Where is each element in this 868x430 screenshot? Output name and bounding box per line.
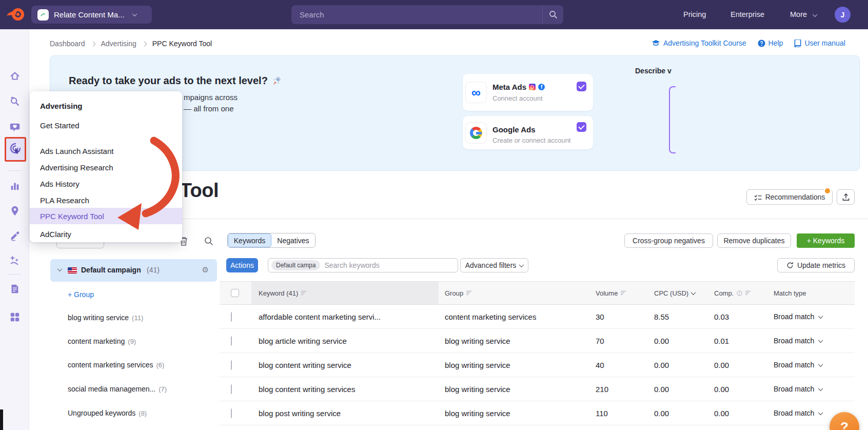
breadcrumb-current: PPC Keyword Tool xyxy=(152,40,212,48)
enterprise-link[interactable]: Enterprise xyxy=(731,10,764,18)
sidebar-item-apps[interactable] xyxy=(9,311,21,323)
pricing-link[interactable]: Pricing xyxy=(683,10,706,18)
row-checkbox[interactable] xyxy=(231,384,232,394)
campaign-row[interactable]: Default campaign (41) ⚙ xyxy=(50,259,217,282)
sidebar-item-ai-tools[interactable] xyxy=(9,254,21,266)
group-count: (6) xyxy=(156,361,165,369)
match-type-dropdown[interactable]: Broad match xyxy=(770,312,855,321)
sidebar-item-local[interactable] xyxy=(9,205,21,217)
cross-group-negatives-button[interactable]: Cross-group negatives xyxy=(624,233,713,248)
column-header-match-type[interactable]: Match type xyxy=(770,289,855,297)
sidebar-item-seo[interactable] xyxy=(9,95,21,108)
group-search-icon[interactable] xyxy=(204,237,213,248)
group-item[interactable]: blog writing service (11) xyxy=(68,314,143,323)
advanced-filters-button[interactable]: Advanced filters xyxy=(460,258,528,272)
gear-icon[interactable]: ⚙ xyxy=(202,265,209,275)
group-cell[interactable]: blog writing service xyxy=(439,361,593,369)
sidebar-item-advertising[interactable] xyxy=(9,142,22,157)
sort-icon[interactable] xyxy=(466,290,472,296)
comp-cell: 0.00 xyxy=(711,409,770,418)
column-header-volume[interactable]: Volume xyxy=(593,289,650,297)
update-metrics-button[interactable]: Update metrics xyxy=(777,258,855,272)
menu-item-ads-history[interactable]: Ads History xyxy=(30,175,182,192)
column-header-group[interactable]: Group xyxy=(439,289,593,297)
more-menu[interactable]: More xyxy=(790,10,817,18)
meta-ads-checkbox[interactable] xyxy=(577,82,586,91)
match-type-dropdown[interactable]: Broad match xyxy=(770,385,855,393)
keyword-search-input[interactable]: Default campa Search keywords xyxy=(268,258,458,272)
tab-keywords[interactable]: Keywords xyxy=(228,233,271,247)
match-type-dropdown[interactable]: Broad match xyxy=(770,361,855,369)
select-all-checkbox[interactable] xyxy=(231,289,239,297)
breadcrumb-dashboard[interactable]: Dashboard xyxy=(50,40,85,48)
keyword-cell[interactable]: blog article writing service xyxy=(251,337,439,345)
meta-ads-card[interactable]: ∞ Meta Ads Connect account xyxy=(463,74,593,111)
sidebar-item-social[interactable] xyxy=(9,121,21,133)
group-cell[interactable]: content marketing services xyxy=(439,312,593,321)
group-cell[interactable]: blog writing service xyxy=(439,337,593,345)
sidebar-item-analytics[interactable] xyxy=(9,180,21,192)
cpc-cell: 0.00 xyxy=(650,337,711,345)
sidebar-item-content[interactable] xyxy=(9,229,21,242)
sidebar-item-home[interactable] xyxy=(9,70,21,83)
group-cell[interactable]: blog writing service xyxy=(439,385,593,394)
project-icon xyxy=(37,9,49,21)
semrush-logo-icon[interactable] xyxy=(5,7,26,22)
keyword-cell[interactable]: blog content writing services xyxy=(251,385,439,394)
actions-button[interactable]: Actions xyxy=(226,258,258,272)
add-keywords-button[interactable]: + Keywords xyxy=(797,233,855,248)
project-selector-button[interactable]: Relate Content Ma... xyxy=(31,6,152,24)
column-header-cpc[interactable]: CPC (USD) xyxy=(650,289,711,297)
remove-duplicates-button[interactable]: Remove duplicates xyxy=(717,233,791,248)
toolkit-course-link[interactable]: Advertising Toolkit Course xyxy=(652,39,746,47)
export-button[interactable] xyxy=(837,189,855,205)
group-count: (8) xyxy=(139,409,147,417)
group-count: (7) xyxy=(159,385,167,393)
search-icon[interactable] xyxy=(543,10,563,19)
describe-textarea-edge[interactable] xyxy=(669,86,676,153)
help-link[interactable]: Help xyxy=(758,39,783,47)
column-header-keyword[interactable]: Keyword (41) xyxy=(251,282,439,304)
column-header-comp[interactable]: Comp. xyxy=(711,289,770,297)
global-search-bar[interactable]: Search xyxy=(291,5,563,24)
chevron-down-icon xyxy=(818,362,823,367)
chevron-down-icon xyxy=(818,314,823,319)
menu-item-ppc-keyword-tool[interactable]: PPC Keyword Tool xyxy=(30,208,182,224)
menu-item-ads-launch-assistant[interactable]: Ads Launch Assistant xyxy=(30,143,182,159)
describe-label: Describe v xyxy=(635,67,672,75)
menu-item-pla-research[interactable]: PLA Research xyxy=(30,192,182,208)
keyword-cell[interactable]: blog content writing service xyxy=(251,361,439,369)
tab-negatives[interactable]: Negatives xyxy=(271,233,315,247)
user-manual-link[interactable]: User manual xyxy=(794,39,845,47)
row-checkbox[interactable] xyxy=(231,312,232,322)
breadcrumb-advertising[interactable]: Advertising xyxy=(101,40,136,48)
menu-item-advertising-research[interactable]: Advertising Research xyxy=(30,159,182,175)
google-ads-card[interactable]: Google Ads Create or connect account xyxy=(463,116,593,149)
group-item[interactable]: content marketing services (6) xyxy=(68,361,164,370)
menu-item-adclarity[interactable]: AdClarity xyxy=(30,226,182,242)
recommendations-button[interactable]: Recommendations xyxy=(746,189,833,205)
row-checkbox[interactable] xyxy=(231,336,232,346)
instagram-icon xyxy=(529,84,536,90)
sidebar-item-reports[interactable] xyxy=(9,283,21,295)
keyword-cell[interactable]: affordable content marketing servi... xyxy=(251,312,439,321)
group-item[interactable]: social media managemen... (7) xyxy=(68,385,167,394)
row-checkbox[interactable] xyxy=(231,360,232,370)
chevron-down-icon[interactable] xyxy=(57,266,63,271)
user-avatar[interactable]: J xyxy=(835,7,851,23)
row-checkbox[interactable] xyxy=(231,408,232,418)
sort-icon[interactable] xyxy=(301,290,307,296)
group-cell[interactable]: blog writing service xyxy=(439,409,593,418)
google-ads-checkbox[interactable] xyxy=(577,122,586,132)
group-item[interactable]: Ungrouped keywords (8) xyxy=(68,409,147,418)
sort-icon[interactable] xyxy=(745,290,751,296)
group-item[interactable]: content marketing (9) xyxy=(68,337,136,346)
comp-cell: 0.03 xyxy=(711,312,770,321)
keyword-cell[interactable]: blog post writing service xyxy=(251,409,439,418)
facebook-icon xyxy=(538,84,545,90)
campaign-filter-chip[interactable]: Default campa xyxy=(271,260,320,270)
menu-item-get-started[interactable]: Get Started xyxy=(30,117,182,133)
add-group-button[interactable]: + Group xyxy=(68,290,94,299)
sort-icon[interactable] xyxy=(621,290,626,296)
match-type-dropdown[interactable]: Broad match xyxy=(770,337,855,345)
